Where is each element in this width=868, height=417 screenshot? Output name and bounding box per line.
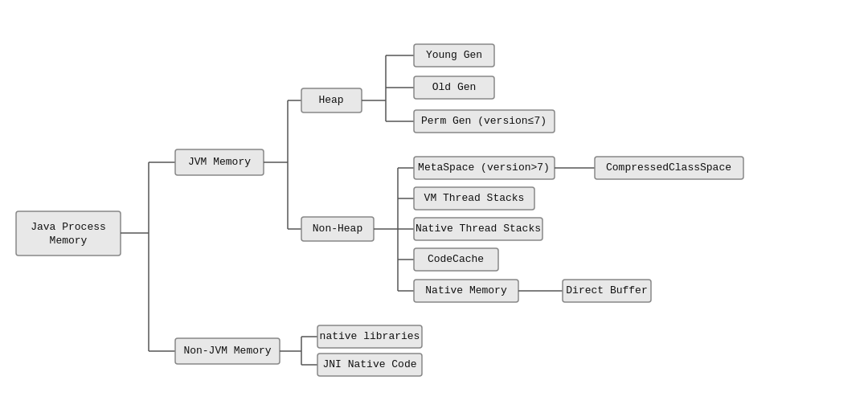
non-heap-label: Non-Heap: [313, 223, 362, 235]
direct-buffer-label: Direct Buffer: [566, 284, 647, 296]
java-process-memory-box: [16, 211, 121, 256]
native-libraries-label: native libraries: [320, 330, 420, 342]
jni-native-code-label: JNI Native Code: [322, 358, 416, 370]
perm-gen-label: Perm Gen (version≤7): [421, 115, 547, 127]
native-memory-label: Native Memory: [425, 284, 507, 296]
metaspace-label: MetaSpace (version>7): [418, 161, 550, 174]
java-process-memory-label: Java Process: [31, 221, 106, 233]
vm-thread-stacks-label: VM Thread Stacks: [424, 192, 525, 204]
jvm-memory-label: JVM Memory: [188, 156, 251, 168]
young-gen-label: Young Gen: [426, 49, 482, 61]
java-process-memory-label2: Memory: [50, 235, 88, 247]
non-jvm-memory-label: Non-JVM Memory: [183, 345, 271, 357]
native-thread-stacks-label: Native Thread Stacks: [416, 223, 541, 235]
codecache-label: CodeCache: [428, 253, 484, 265]
memory-diagram: Java Process Memory JVM Memory Non-JVM M…: [0, 0, 868, 417]
compressed-class-space-label: CompressedClassSpace: [606, 161, 731, 174]
heap-label: Heap: [318, 94, 343, 106]
old-gen-label: Old Gen: [432, 81, 477, 93]
